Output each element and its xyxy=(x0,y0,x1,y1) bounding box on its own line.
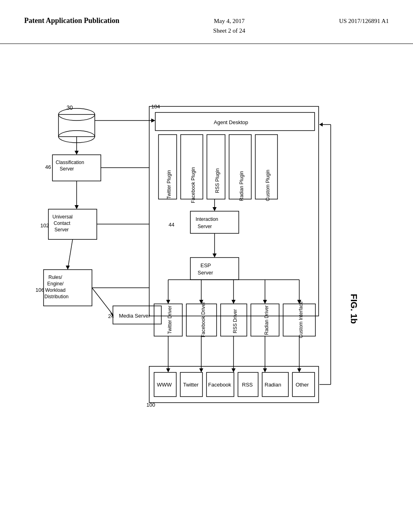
publication-date: May 4, 2017 xyxy=(214,18,244,24)
rss-plugin-label: RSS Plugin xyxy=(215,168,220,193)
other-src-label: Other xyxy=(296,382,309,388)
ref106-label: 106 xyxy=(35,287,44,293)
svg-text:Server: Server xyxy=(198,224,212,229)
ref100-label: 100 xyxy=(146,402,155,408)
custom-interface-label: Custom Interface xyxy=(298,301,304,338)
svg-marker-58 xyxy=(232,300,236,304)
svg-line-42 xyxy=(92,288,113,315)
radian-src-label: Radian xyxy=(265,382,281,388)
svg-text:Distribution: Distribution xyxy=(44,294,69,299)
twitter-driver-label: Twitter Driver xyxy=(167,305,173,334)
esp-label: ESP xyxy=(200,262,211,268)
db-label: 30 xyxy=(67,104,73,111)
svg-marker-70 xyxy=(232,368,236,372)
rss-src-label: RSS xyxy=(242,382,253,388)
facebook-plugin-label: Facebook Plugin xyxy=(190,167,196,203)
svg-marker-72 xyxy=(263,368,267,372)
svg-text:Engine/: Engine/ xyxy=(47,281,64,287)
svg-marker-78 xyxy=(319,123,323,127)
ref102-label: 102 xyxy=(40,222,49,229)
sheet-info: Sheet 2 of 24 xyxy=(213,27,246,34)
svg-marker-45 xyxy=(151,118,155,123)
radian-plugin-label: Radian Plugin xyxy=(239,171,244,201)
diagram-area: 30 Classification Server 46 Universal Co… xyxy=(0,44,413,520)
svg-marker-52 xyxy=(213,254,217,258)
svg-line-40 xyxy=(68,239,73,269)
svg-marker-68 xyxy=(199,368,203,372)
svg-text:Server: Server xyxy=(60,166,74,172)
radian-driver-label: Radian Driver xyxy=(264,305,269,335)
svg-marker-41 xyxy=(66,266,70,270)
svg-rect-20 xyxy=(190,211,239,233)
facebook-src-label: Facebook xyxy=(208,382,232,388)
svg-marker-37 xyxy=(75,151,79,155)
twitter-src-label: Twitter xyxy=(183,382,199,388)
svg-marker-54 xyxy=(166,300,170,304)
svg-rect-22 xyxy=(190,258,239,280)
header-center: May 4, 2017 Sheet 2 of 24 xyxy=(213,16,246,35)
ref46-label: 46 xyxy=(45,164,51,170)
svg-text:Server: Server xyxy=(54,227,69,233)
svg-marker-74 xyxy=(297,368,301,372)
patent-diagram: 30 Classification Server 46 Universal Co… xyxy=(0,44,413,520)
twitter-plugin-label: Twitter Plugin xyxy=(166,170,172,199)
custom-plugin-label: Custom Plugin xyxy=(265,170,271,201)
svg-marker-60 xyxy=(263,300,267,304)
svg-text:Contact: Contact xyxy=(54,220,71,226)
svg-marker-66 xyxy=(166,368,170,372)
mediaserver-label: Media Server xyxy=(119,313,150,319)
svg-text:Workload: Workload xyxy=(45,287,65,293)
publication-label: Patent Application Publication xyxy=(24,16,119,25)
classification-label: Classification xyxy=(56,160,84,165)
patent-number: US 2017/126891 A1 xyxy=(339,16,389,26)
rules-label: Rules/ xyxy=(48,274,63,280)
svg-marker-39 xyxy=(75,205,79,209)
ref24-label: 24 xyxy=(108,313,114,319)
rss-driver-label: RSS Driver xyxy=(232,309,238,333)
universal-label: Universal xyxy=(52,214,73,220)
ref104-label: 104 xyxy=(151,104,160,110)
agentdesktop-label: Agent Desktop xyxy=(214,119,248,125)
facebook-driver-label: Facebook Driver xyxy=(200,302,206,337)
page-header: Patent Application Publication May 4, 20… xyxy=(0,0,413,44)
fig-label: FIG. 1b xyxy=(349,294,359,324)
svg-text:Server: Server xyxy=(198,270,213,276)
ref44-label: 44 xyxy=(169,222,174,228)
svg-rect-1 xyxy=(58,114,95,137)
interaction-label: Interaction xyxy=(196,216,218,222)
svg-marker-50 xyxy=(213,207,217,211)
www-label: WWW xyxy=(157,382,172,388)
